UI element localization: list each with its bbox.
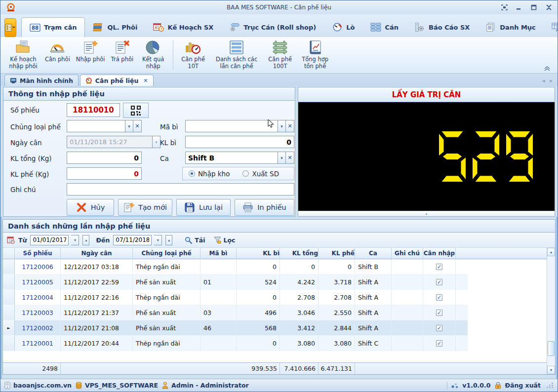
col-kl-phe[interactable]: KL phế <box>319 248 355 259</box>
radio-nhap-kho[interactable]: Nhập kho <box>189 170 230 178</box>
cell-ngay-can: 11/12/2017 21:37 <box>61 305 133 320</box>
dropdown-arrow-icon[interactable]: ▾ <box>154 235 162 245</box>
can-nhap-checkbox[interactable]: ✓ <box>436 340 442 347</box>
ribbon-tab-danh-muc[interactable]: Danh Mục <box>478 17 544 37</box>
huy-button[interactable]: Hủy <box>67 199 114 216</box>
cell-can-nhap: ✓ <box>423 336 456 351</box>
clear-icon[interactable]: ✕ <box>286 152 294 164</box>
ribbon-tab-label: Lò <box>346 24 355 31</box>
clear-icon[interactable]: ✕ <box>286 120 294 132</box>
user-label[interactable]: Admin - Administrator <box>171 382 249 389</box>
dropdown-arrow-icon[interactable]: ▾ <box>278 152 286 164</box>
in-phieu-button[interactable]: In phiếu <box>235 199 294 216</box>
table-row[interactable]: 17120003 11/12/2017 21:37 Phế sản xuất 0… <box>3 305 468 320</box>
site-label[interactable]: baoanjsc.com.vn <box>13 382 72 389</box>
so-phieu-input[interactable] <box>67 103 120 117</box>
luu-lai-button[interactable]: Lưu lại <box>176 199 231 216</box>
database-icon <box>76 382 82 389</box>
scale-collapse-strip[interactable]: ▴ <box>298 211 555 216</box>
ca-combo[interactable]: ▾ ✕ <box>185 152 294 164</box>
toolbar-can-phe-10t[interactable]: Cân phế 10T <box>176 38 210 72</box>
scrollbar-track[interactable] <box>547 256 555 366</box>
table-row[interactable]: 17120001 11/12/2017 20:44 Thép ngắn dài … <box>3 336 468 351</box>
table-row-selected[interactable]: ► 17120002 11/12/2017 21:08 Phế sản xuất… <box>3 320 468 336</box>
toolbar-can-phe-100t[interactable]: Cân phế 100T <box>263 38 297 72</box>
ghi-chu-input[interactable] <box>67 183 294 196</box>
ribbon-tab-ql-phoi[interactable]: QL. Phôi <box>85 17 145 37</box>
clear-icon[interactable]: ✕ <box>133 120 142 132</box>
chung-loai-phe-input[interactable] <box>67 120 125 132</box>
tab-nav-right-icon[interactable]: ▸ <box>550 78 553 84</box>
dropdown-arrow-icon[interactable]: ▾ <box>125 120 133 132</box>
col-ma-bi[interactable]: Mã bì <box>200 248 237 259</box>
get-scale-value-button[interactable]: LẤY GIÁ TRỊ CÂN <box>298 87 555 102</box>
doc-tab-can-phe-lieu[interactable]: Cân phế liệu ✕ <box>80 75 154 86</box>
ribbon-tab-he-thong[interactable]: Hệ Thống <box>544 17 558 37</box>
toolbar-ket-qua-nhap[interactable]: Kết quả nhập <box>136 38 170 72</box>
maximize-button[interactable] <box>530 4 538 11</box>
chung-loai-phe-combo[interactable]: ▾ ✕ <box>67 120 142 132</box>
toolbar-tong-hop-ton-phe[interactable]: Tổng hợp tồn phế <box>297 38 333 72</box>
tab-nav-left-icon[interactable]: ◂ <box>542 78 545 84</box>
table-row[interactable]: 17120006 12/12/2017 03:18 Thép ngắn dài … <box>3 259 468 274</box>
spinner-up-icon[interactable]: ▴ <box>82 235 89 245</box>
col-can-nhap[interactable]: Cân nhập <box>423 248 456 259</box>
can-nhap-checkbox[interactable]: ✓ <box>436 310 442 316</box>
so-phieu-label: Số phiếu <box>10 106 40 114</box>
ma-bi-combo[interactable]: ▾ ✕ <box>185 120 294 132</box>
ribbon-tab-truc-can[interactable]: Trục Cán (Roll shop) <box>221 17 324 37</box>
col-kl-tong[interactable]: KL tổng <box>280 248 319 259</box>
scroll-down-icon[interactable]: ▾ <box>547 366 555 374</box>
ribbon-collapse-button[interactable] <box>544 64 551 70</box>
col-so-phieu[interactable]: Số phiếu <box>15 248 61 259</box>
col-chung-loai-phe[interactable]: Chủng loại phế <box>133 248 200 259</box>
ribbon-tab-tram-can[interactable]: 88 Trạm cân <box>21 17 85 37</box>
radio-xuat-sd[interactable]: Xuất SD <box>242 170 279 178</box>
ribbon-tab-lo[interactable]: Lò <box>324 17 362 37</box>
col-ca[interactable]: Ca <box>355 248 392 259</box>
logout-button[interactable]: Đăng xuất <box>505 382 541 389</box>
to-date-input[interactable] <box>113 235 152 245</box>
kl-phe-input[interactable] <box>67 167 142 180</box>
toolbar-can-phoi[interactable]: Cân phôi <box>42 38 73 72</box>
fullscreen-button[interactable] <box>500 4 508 11</box>
col-ghi-chu[interactable]: Ghi chú <box>392 248 423 259</box>
can-nhap-checkbox[interactable]: ✓ <box>436 325 442 331</box>
scroll-up-icon[interactable]: ▴ <box>547 248 555 256</box>
ribbon-tab-ke-hoach-sx[interactable]: Kế Hoạch SX <box>145 17 221 37</box>
can-nhap-checkbox[interactable]: ✓ <box>436 294 442 301</box>
grid-vertical-scrollbar[interactable]: ▴ ▾ <box>547 248 555 374</box>
spinner-up-icon[interactable]: ▴ <box>165 235 172 245</box>
minimize-button[interactable] <box>515 4 523 11</box>
scrollbar-thumb[interactable] <box>548 341 555 356</box>
filter-button[interactable]: Lọc <box>211 236 239 244</box>
can-nhap-checkbox[interactable]: ✓ <box>436 279 442 285</box>
from-date-input[interactable] <box>30 235 69 245</box>
doc-tab-man-hinh-chinh[interactable]: Màn hình chính <box>4 75 79 86</box>
kl-bi-input[interactable] <box>185 136 294 148</box>
database-label[interactable]: VPS_MES_SOFTWARE <box>85 382 158 389</box>
ca-input[interactable] <box>185 152 278 164</box>
barcode-button[interactable] <box>123 103 149 118</box>
kl-tong-input[interactable] <box>67 152 142 164</box>
col-ngay-can[interactable]: Ngày cân <box>61 248 133 259</box>
application-menu-button[interactable] <box>4 18 16 37</box>
toolbar-tra-phoi[interactable]: Trả phôi <box>108 38 137 72</box>
dropdown-arrow-icon[interactable]: ▾ <box>71 235 79 245</box>
ribbon-tab-can[interactable]: Cán <box>362 17 406 37</box>
toolbar-nhap-phoi[interactable]: Nhập phôi <box>73 38 108 72</box>
tao-moi-button[interactable]: Tạo mới <box>118 199 172 216</box>
table-row[interactable]: 17120004 11/12/2017 22:16 Thép ngắn dài … <box>3 290 468 305</box>
can-nhap-checkbox[interactable]: ✓ <box>436 264 442 270</box>
table-row[interactable]: 17120005 11/12/2017 22:59 Phế sản xuất 0… <box>3 274 468 290</box>
ribbon-tab-bao-cao-sx[interactable]: Báo Cáo SX <box>406 17 478 37</box>
dropdown-arrow-icon[interactable]: ▾ <box>278 120 286 132</box>
close-button[interactable] <box>545 4 553 11</box>
load-button[interactable]: Tải <box>182 236 208 244</box>
toolbar-danh-sach-can-phe[interactable]: Danh sách các lần cân phế <box>210 38 263 72</box>
resize-grip[interactable] <box>547 383 554 388</box>
ma-bi-input[interactable] <box>185 120 278 132</box>
toolbar-ke-hoach-nhap-phoi[interactable]: Kế hoạch nhập phôi <box>4 38 42 72</box>
doc-tab-close-icon[interactable]: ✕ <box>143 78 148 84</box>
col-kl-bi[interactable]: KL bì <box>237 248 280 259</box>
